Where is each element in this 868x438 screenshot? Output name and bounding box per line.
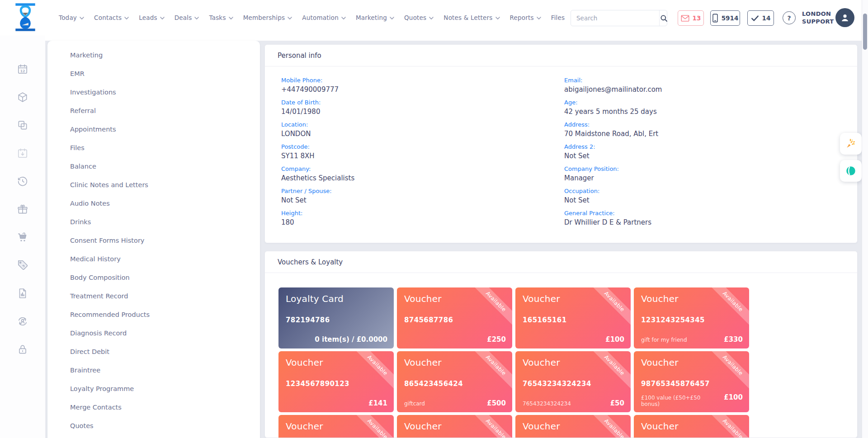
nav-item-deals[interactable]: Deals [175,14,199,21]
voucher-card[interactable]: Voucher Available 865423456424 giftcard … [397,351,512,412]
voucher-card-partial[interactable]: Voucher Available [278,415,394,438]
help-icon[interactable]: ? [783,11,796,24]
ribbon-label: Available [467,351,512,394]
field-value: +447490009777 [281,85,564,94]
tasks-badge[interactable]: 14 [747,10,774,26]
phone-badge[interactable]: 5914 [710,10,740,26]
nav-item-memberships[interactable]: Memberships [243,14,292,21]
sidebar-item-referral[interactable]: Referral [47,102,260,120]
voucher-card[interactable]: Voucher Available 1231243254345 gift for… [634,287,749,349]
voucher-title: Voucher [404,357,442,368]
user-location-label: LONDON SUPPORT [802,10,834,25]
avatar[interactable] [835,8,854,27]
voucher-card[interactable]: Voucher Available 76543234324234 7654323… [515,351,631,412]
whats-new-button[interactable] [840,133,862,155]
field-group: Address 2: Not Set [564,143,844,161]
personal-info-left-column: Mobile Phone: +447490009777 Date of Birt… [281,76,564,231]
lock-icon[interactable] [17,344,28,355]
voucher-card[interactable]: Voucher Available 1234567890123 £141 [278,351,394,412]
field-value: 42 years 5 months 25 days [564,107,844,117]
sidebar-item-drinks[interactable]: Drinks [47,213,260,231]
vouchers-loyalty-card: Vouchers & Loyalty Loyalty Card 78219478… [264,251,858,438]
field-group: General Practice: Dr Whillier D E & Part… [564,209,844,227]
chevron-down-icon [124,17,129,20]
chat-button[interactable] [840,160,862,182]
nav-item-notes-letters[interactable]: Notes & Letters [443,14,500,21]
sidebar-item-appointments[interactable]: Appointments [47,120,260,139]
chevron-down-icon [341,17,346,20]
field-value: Not Set [564,196,844,205]
report-icon[interactable] [17,287,28,299]
sidebar-item-body-composition[interactable]: Body Composition [47,268,260,287]
sidebar-item-clinic-notes-and-letters[interactable]: Clinic Notes and Letters [47,176,260,194]
app-logo-hourglass-icon[interactable] [12,3,39,32]
nav-item-automation[interactable]: Automation [302,14,346,21]
ribbon-label: Available [467,287,512,330]
voucher-title: Voucher [523,293,560,304]
voucher-card[interactable]: Voucher Available 98765345876457 £100 va… [634,351,749,412]
voucher-card-partial[interactable]: Voucher Available [515,415,631,438]
svg-text:12: 12 [20,69,25,73]
sidebar-item-marketing[interactable]: Marketing [47,46,260,65]
calendar-import-icon[interactable] [17,147,28,159]
sidebar-item-diagnosis-record[interactable]: Diagnosis Record [47,324,260,343]
nav-item-leads[interactable]: Leads [139,14,164,21]
calendar-icon[interactable]: 12 [17,63,28,75]
search-icon[interactable] [659,10,668,26]
sidebar-item-files[interactable]: Files [47,139,260,157]
sidebar-item-recommended-products[interactable]: Recommended Products [47,306,260,324]
sidebar-item-merge-contacts[interactable]: Merge Contacts [47,398,260,417]
search-input[interactable] [571,10,659,26]
voucher-card[interactable]: Voucher Available 8745687786 £250 [397,287,512,349]
scrollbar-thumb[interactable] [863,14,867,50]
history-icon[interactable] [17,175,28,187]
field-group: Company Position: Manager [564,165,844,183]
loyalty-card-number: 782194786 [286,316,330,324]
sidebar-item-medical-history[interactable]: Medical History [47,250,260,268]
content-area: 12 MarketingEMRInvestigationsReferralApp… [0,35,868,438]
chevron-down-icon [495,17,500,20]
chevron-down-icon [429,17,434,20]
sidebar-item-consent-forms-history[interactable]: Consent Forms History [47,231,260,250]
chevron-down-icon [194,17,199,20]
nav-item-contacts[interactable]: Contacts [94,14,129,21]
voucher-card-partial[interactable]: Voucher Available [397,415,512,438]
voucher-title: Voucher [641,357,679,368]
sidebar-item-audio-notes[interactable]: Audio Notes [47,194,260,213]
mail-badge[interactable]: 13 [678,10,704,26]
gift-icon[interactable] [17,203,28,215]
celebration-icon [845,138,857,150]
global-search [571,10,667,26]
sidebar-item-direct-debit[interactable]: Direct Debit [47,343,260,361]
nav-item-files[interactable]: Files [551,14,565,21]
sidebar-item-quotes[interactable]: Quotes [47,417,260,435]
field-value: LONDON [281,129,564,139]
voucher-card-partial[interactable]: Voucher Available [634,415,749,438]
nav-item-marketing[interactable]: Marketing [356,14,394,21]
nav-item-reports[interactable]: Reports [510,14,541,21]
field-label: Height: [281,209,564,217]
sidebar-item-emr[interactable]: EMR [47,65,260,83]
sidebar-item-loyalty-programme[interactable]: Loyalty Programme [47,380,260,398]
nav-item-tasks[interactable]: Tasks [209,14,233,21]
voucher-card[interactable]: Voucher Available 165165161 £100 [515,287,631,349]
available-ribbon: Available [581,415,631,438]
field-value: Aesthetics Specialists [281,174,564,183]
sidebar-item-balance[interactable]: Balance [47,157,260,176]
copy-icon[interactable] [17,119,28,131]
phone-count: 5914 [722,14,739,22]
sidebar-item-investigations[interactable]: Investigations [47,83,260,102]
sidebar-item-treatment-record[interactable]: Treatment Record [47,287,260,306]
nav-item-quotes[interactable]: Quotes [404,14,434,21]
loyalty-card[interactable]: Loyalty Card 782194786 0 item(s) / £0.00… [278,287,394,349]
contact-sync-icon[interactable] [17,316,28,327]
chevron-down-icon [229,17,233,20]
sidebar-item-braintree[interactable]: Braintree [47,361,260,380]
tag-icon[interactable] [17,259,28,271]
nav-item-today[interactable]: Today [59,14,84,21]
available-ribbon: Available [462,415,512,438]
available-ribbon: Available [344,351,394,401]
cart-icon[interactable] [17,231,28,243]
package-icon[interactable] [17,91,28,103]
field-value: Dr Whillier D E & Partners [564,218,844,227]
